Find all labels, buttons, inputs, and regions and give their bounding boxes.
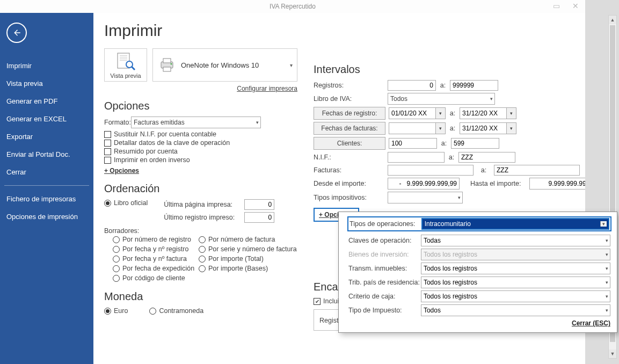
fechas-registro-button[interactable]: Fechas de registro: [314,107,385,120]
transm-inmuebles-select[interactable]: Todos los registros▾ [421,263,610,274]
chevron-down-icon: ▾ [606,308,608,313]
chevron-down-icon: ▾ [606,238,608,243]
chevron-down-icon[interactable]: ▾ [507,107,516,119]
chevron-down-icon[interactable]: ▾ [436,107,446,119]
radio-importe-total[interactable]: Por importe (Total) [199,255,301,263]
fecha-reg-from[interactable]: ▾ [389,107,446,119]
sidebar-item-opciones-impresion[interactable]: Opciones de impresión [0,208,93,225]
criterio-caja-select[interactable]: Todos los registros▾ [421,290,610,302]
chevron-down-icon: ▾ [606,280,608,285]
fecha-reg-to[interactable]: ▾ [460,107,516,119]
clientes-from-input[interactable] [389,138,437,149]
mas-opciones-link[interactable]: + Opciones [104,167,139,174]
select-value: Todos los registros [424,251,477,258]
nif-from-input[interactable] [388,152,445,163]
popup-close-link[interactable]: Cerrar (ESC) [348,319,610,327]
libro-iva-select[interactable]: Todos▾ [388,93,495,105]
a-label: a: [440,140,448,147]
title-bar: IVA Repercutido ▭ ✕ [0,0,585,13]
back-button[interactable] [6,23,27,43]
scroll-down-icon[interactable]: ▼ [609,350,616,358]
close-icon[interactable]: ✕ [568,1,583,11]
registros-to-input[interactable] [450,80,498,91]
chevron-down-icon[interactable]: ▾ [507,122,516,134]
date-input[interactable] [460,107,507,119]
radio-fecha-n-registro[interactable]: Por fecha y nº registro [113,245,199,253]
intervalos-heading: Intervalos [314,63,585,76]
sidebar-item-exportar[interactable]: Exportar [0,128,93,145]
preview-document-icon [112,52,139,71]
date-input[interactable] [389,122,436,134]
clientes-to-input[interactable] [451,138,499,149]
configure-printer-link[interactable]: Configurar impresora [104,85,297,92]
nif-to-input[interactable] [458,152,515,163]
tipo-impuesto-select[interactable]: Todos▾ [421,304,610,316]
radio-fecha-n-factura[interactable]: Por fecha y nº factura [113,255,199,263]
maximize-icon[interactable]: ▭ [549,1,564,11]
hasta-importe-input[interactable] [529,178,585,190]
sidebar-item-fichero-impresoras[interactable]: Fichero de impresoras [0,190,93,208]
sidebar-item-generar-excel[interactable]: Generar en EXCEL [0,110,93,128]
radio-importe-bases[interactable]: Por importe (Bases) [199,265,301,272]
date-input[interactable] [460,122,507,134]
facturas-label: Facturas: [314,166,384,174]
fecha-fac-to[interactable]: ▾ [460,122,516,134]
trib-pais-select[interactable]: Todos los registros▾ [421,276,610,288]
chevron-down-icon: ▾ [290,62,293,68]
a-label: a: [477,166,491,174]
transm-inmuebles-label: Transm. inmuebles: [348,265,421,272]
radio-label: Por importe (Bases) [208,265,268,272]
facturas-to-input[interactable] [494,165,580,176]
chk-label: Detallar datos de la clave de operación [114,139,230,147]
chevron-down-icon: ▾ [490,96,493,101]
chk-label: Sustituir N.I.F. por cuenta contable [114,130,216,138]
sidebar-item-generar-pdf[interactable]: Generar en PDF [0,92,93,110]
a-label: a: [448,154,455,161]
sidebar-item-imprimir[interactable]: Imprimir [0,57,93,75]
fechas-facturas-button[interactable]: Fechas de facturas: [314,122,385,135]
chk-detallar-clave[interactable]: Detallar datos de la clave de operación [104,139,297,147]
sidebar-item-cerrar[interactable]: Cerrar [0,163,93,181]
radio-label: Por serie y número de factura [208,245,297,253]
chk-sustituir-nif[interactable]: Sustituir N.I.F. por cuenta contable [104,130,297,138]
tipos-impositivos-select[interactable]: ▾ [388,192,463,203]
radio-num-registro[interactable]: Por número de registro [113,236,199,243]
sidebar-item-enviar-portal[interactable]: Enviar al Portal Doc. [0,145,93,163]
chk-resumido-cuenta[interactable]: Resumido por cuenta [104,148,297,155]
radio-fecha-expedicion[interactable]: Por fecha de expedición [113,265,199,272]
claves-operacion-select[interactable]: Todas▾ [421,235,610,246]
radio-num-factura[interactable]: Por número de factura [199,236,301,243]
radio-serie-num-factura[interactable]: Por serie y número de factura [199,245,301,253]
claves-operacion-label: Claves de operación: [348,237,421,244]
preview-button[interactable]: Vista previa [104,48,147,82]
back-arrow-icon [12,28,21,38]
desde-importe-input[interactable] [388,178,460,190]
ult-registro-label: Último registro impreso: [164,214,244,221]
tipos-operaciones-select[interactable]: Intracomunitario▾ [421,218,609,230]
ult-pagina-input[interactable] [244,199,274,210]
facturas-from-input[interactable] [388,165,474,176]
radio-euro[interactable]: Euro [104,307,128,315]
chk-label: Imprimir en orden inverso [114,156,190,164]
tipos-operaciones-label: Tipos de operaciones: [349,220,421,228]
registros-from-input[interactable] [388,80,436,91]
clientes-button[interactable]: Clientes: [314,137,385,150]
chevron-down-icon: ▾ [600,221,607,227]
radio-codigo-cliente[interactable]: Por código de cliente [113,274,199,282]
scroll-up-icon[interactable]: ▲ [609,16,616,24]
svg-point-9 [171,63,172,65]
ult-registro-input[interactable] [244,212,274,223]
formato-select[interactable]: Facturas emitidas▾ [131,117,261,128]
date-input[interactable] [389,107,436,119]
chk-orden-inverso[interactable]: Imprimir en orden inverso [104,156,297,164]
sidebar-item-vista-previa[interactable]: Vista previa [0,75,93,92]
ordenacion-heading: Ordenación [104,183,297,195]
radio-contramoneda[interactable]: Contramoneda [149,307,203,315]
fecha-fac-from[interactable]: ▾ [389,122,446,134]
radio-libro-oficial[interactable]: Libro oficial [104,199,148,207]
chevron-down-icon: ▾ [256,120,259,125]
radio-label: Por número de factura [208,236,275,243]
printer-select[interactable]: OneNote for Windows 10 ▾ [152,48,297,82]
chevron-down-icon[interactable]: ▾ [436,122,446,134]
sidebar: Imprimir Vista previa Generar en PDF Gen… [0,13,93,364]
